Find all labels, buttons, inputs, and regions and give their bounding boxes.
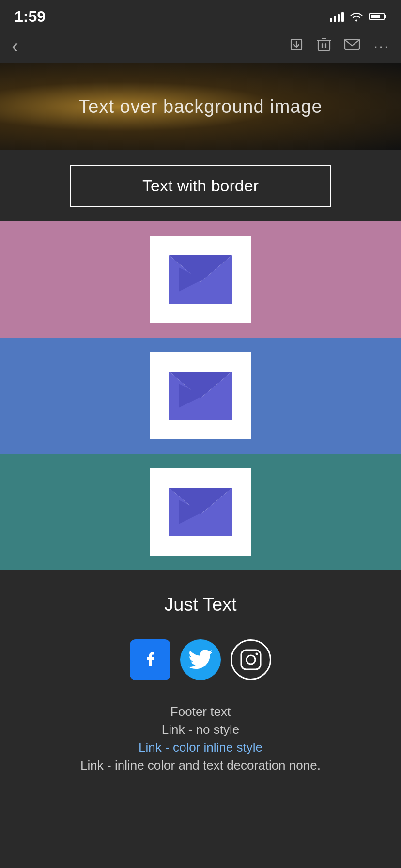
email-card-pink	[150, 236, 251, 323]
twitter-icon[interactable]	[180, 639, 221, 680]
status-bar: 1:59	[0, 0, 401, 29]
email-card-teal	[150, 468, 251, 556]
more-icon[interactable]: ···	[373, 37, 389, 55]
mail-icon[interactable]	[344, 38, 360, 54]
instagram-icon[interactable]	[231, 639, 271, 680]
svg-point-23	[256, 653, 258, 655]
footer-link-deco[interactable]: Link - inline color and text decoration …	[10, 758, 391, 773]
footer-text: Footer text	[10, 704, 391, 719]
status-time: 1:59	[15, 8, 46, 26]
delete-icon[interactable]	[317, 37, 331, 55]
just-text-section: Just Text	[0, 570, 401, 625]
email-icon-teal	[169, 488, 232, 536]
status-icons	[330, 11, 386, 22]
svg-point-22	[247, 655, 255, 664]
wifi-icon	[350, 11, 363, 22]
nav-actions: ···	[289, 37, 389, 55]
back-button[interactable]: ‹	[12, 34, 18, 58]
email-icon-pink	[169, 255, 232, 304]
text-border-section: Text with border	[0, 150, 401, 221]
text-border-box: Text with border	[70, 165, 331, 207]
nav-bar: ‹	[0, 29, 401, 63]
footer-link-color[interactable]: Link - color inline style	[10, 740, 391, 755]
image-section: Text over background image	[0, 63, 401, 150]
signal-icon	[330, 11, 344, 22]
footer-section: Footer text Link - no style Link - color…	[0, 690, 401, 783]
svg-rect-21	[241, 650, 261, 669]
facebook-icon[interactable]	[130, 639, 170, 680]
teal-section	[0, 454, 401, 570]
image-overlay-text: Text over background image	[78, 96, 322, 117]
download-icon[interactable]	[289, 37, 304, 55]
social-section	[0, 625, 401, 690]
battery-icon	[369, 13, 386, 20]
just-text-label: Just Text	[164, 594, 236, 615]
email-card-blue	[150, 352, 251, 439]
email-icon-blue	[169, 372, 232, 420]
pink-section	[0, 221, 401, 338]
text-border-label: Text with border	[142, 176, 259, 195]
footer-link-no-style[interactable]: Link - no style	[10, 722, 391, 737]
blue-section	[0, 338, 401, 454]
